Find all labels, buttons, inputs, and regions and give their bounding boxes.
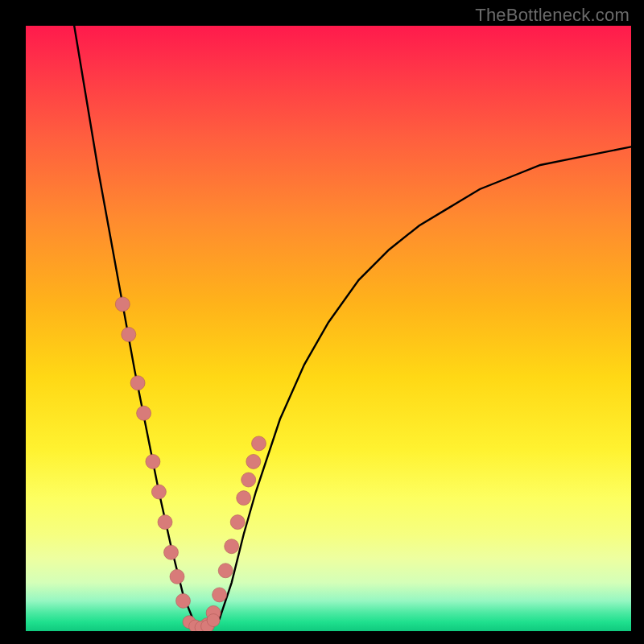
data-dot [176,593,191,608]
bottleneck-curve [74,26,631,631]
data-dot [242,473,256,487]
data-dot [130,376,145,390]
data-dot [246,454,261,469]
data-dot [225,539,239,554]
data-dot [218,564,233,578]
data-dot [237,491,251,506]
data-dot [252,436,266,451]
data-dot [164,545,179,559]
data-dot [230,515,245,530]
watermark-text: TheBottleneck.com [475,5,630,26]
plot-area [26,26,631,631]
data-dot [213,588,227,602]
data-dot [207,614,220,627]
curve-path [74,26,631,631]
data-dot [151,485,166,499]
curve-layer [26,26,631,631]
data-dot [137,406,151,420]
data-dot [122,328,136,342]
data-dot [170,569,184,584]
data-dot [158,515,172,530]
data-dot [146,454,160,469]
data-dot [115,297,130,312]
chart-frame: TheBottleneck.com [0,0,644,644]
data-dots [115,297,266,631]
